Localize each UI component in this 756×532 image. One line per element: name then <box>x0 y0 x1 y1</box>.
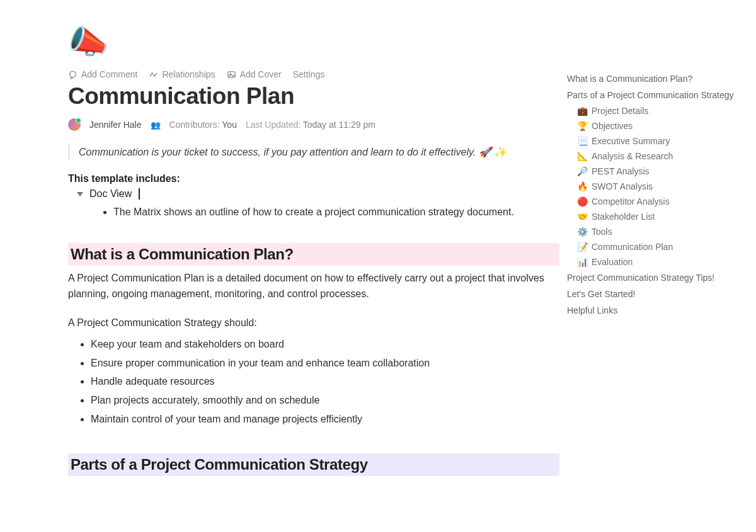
section1-paragraph[interactable]: A Project Communication Plan is a detail… <box>68 271 559 302</box>
list-item[interactable]: Keep your team and stakeholders on board <box>91 335 559 354</box>
doc-view-label: Doc View <box>89 188 132 200</box>
last-updated-value: Today at 11:29 pm <box>303 120 375 130</box>
outline-item[interactable]: What is a Communication Plan? <box>567 71 743 87</box>
comment-icon <box>68 70 77 79</box>
settings-button[interactable]: Settings <box>293 69 325 79</box>
section-heading-what-is[interactable]: What is a Communication Plan? <box>68 243 559 266</box>
add-cover-button[interactable]: Add Cover <box>227 69 282 79</box>
trophy-icon: 🏆 <box>577 121 588 131</box>
list-item[interactable]: Maintain control of your team and manage… <box>91 410 559 429</box>
briefcase-icon: 💼 <box>577 106 588 116</box>
section-heading-parts[interactable]: Parts of a Project Communication Strateg… <box>68 453 559 476</box>
outline-sub-label: Communication Plan <box>592 242 673 252</box>
outline-sub-item[interactable]: 💼Project Details <box>567 103 743 118</box>
outline-sub-label: Stakeholder List <box>592 212 655 222</box>
quote-block[interactable]: Communication is your ticket to success,… <box>68 145 559 159</box>
image-icon <box>227 70 236 79</box>
outline-item[interactable]: Let's Get Started! <box>567 286 743 302</box>
list-item[interactable]: Handle adequate resources <box>91 372 559 391</box>
magnifier-icon: 🔎 <box>577 166 588 176</box>
caret-down-icon[interactable] <box>77 192 83 196</box>
outline-sub-label: Objectives <box>592 121 633 131</box>
outline-sub-item[interactable]: 🏆Objectives <box>567 118 743 133</box>
gear-icon: ⚙️ <box>577 227 588 237</box>
outline-sub-item[interactable]: 📝Communication Plan <box>567 239 743 254</box>
outline-sub-item[interactable]: 🔎PEST Analysis <box>567 164 743 179</box>
last-updated-label: Last Updated: <box>246 120 301 130</box>
outline-sub-item[interactable]: 📐Analysis & Research <box>567 149 743 164</box>
list-item[interactable]: The Matrix shows an outline of how to cr… <box>113 205 559 220</box>
author-name[interactable]: Jennifer Hale <box>89 120 142 130</box>
outline-sub-item[interactable]: ⚙️Tools <box>567 224 743 239</box>
outline-sub-item[interactable]: 📃Executive Summary <box>567 133 743 149</box>
outline-item[interactable]: Parts of a Project Communication Strateg… <box>567 87 743 103</box>
outline-sub-label: Evaluation <box>592 257 633 267</box>
relationships-button[interactable]: Relationships <box>149 69 215 79</box>
contributors-icon: 👥 <box>151 120 161 130</box>
outline-sub-label: Project Details <box>592 106 648 116</box>
add-comment-label: Add Comment <box>81 69 137 79</box>
doc-view-toggle[interactable]: Doc View <box>77 188 559 200</box>
list-item[interactable]: Plan projects accurately, smoothly and o… <box>91 391 559 410</box>
red-circle-icon: 🔴 <box>577 196 588 207</box>
triangle-icon: 📐 <box>577 151 588 161</box>
contributors-label: Contributors: <box>169 120 220 130</box>
outline-sub-item[interactable]: 🤝Stakeholder List <box>567 209 743 224</box>
meta-row: Jennifer Hale 👥 Contributors: You Last U… <box>68 118 559 131</box>
template-includes-heading[interactable]: This template includes: <box>68 173 559 184</box>
handshake-icon: 🤝 <box>577 212 588 222</box>
section1-lead[interactable]: A Project Communication Strategy should: <box>68 315 559 331</box>
outline-item[interactable]: Helpful Links <box>567 302 743 319</box>
relationships-label: Relationships <box>162 69 215 79</box>
page-toolbar: Add Comment Relationships Add Cover Sett… <box>68 69 559 79</box>
contributors-value[interactable]: You <box>222 120 237 130</box>
page-icon: 📃 <box>577 136 588 146</box>
add-comment-button[interactable]: Add Comment <box>68 69 137 79</box>
outline-sub-item[interactable]: 📊Evaluation <box>567 254 743 269</box>
list-item[interactable]: Ensure proper communication in your team… <box>91 354 559 373</box>
avatar[interactable] <box>68 118 81 131</box>
svg-point-0 <box>70 71 76 77</box>
add-cover-label: Add Cover <box>240 69 282 79</box>
outline-sub-label: SWOT Analysis <box>592 181 653 191</box>
outline-sub-label: PEST Analysis <box>592 166 650 176</box>
fire-icon: 🔥 <box>577 181 588 191</box>
page-icon[interactable]: 📣 <box>68 25 109 58</box>
doc-view-sublist: The Matrix shows an outline of how to cr… <box>113 205 559 220</box>
outline-sub-label: Tools <box>592 227 612 237</box>
relationships-icon <box>149 70 158 79</box>
document-main: 📣 Add Comment Relationships Add Cover <box>68 25 559 476</box>
outline-sub-label: Executive Summary <box>592 136 670 146</box>
section1-bullets: Keep your team and stakeholders on board… <box>91 335 559 428</box>
outline-sub-label: Analysis & Research <box>592 151 673 161</box>
outline-item[interactable]: Project Communication Strategy Tips! <box>567 269 743 286</box>
settings-label: Settings <box>293 69 325 79</box>
note-icon: 📝 <box>577 242 588 252</box>
outline-sub-item[interactable]: 🔥SWOT Analysis <box>567 179 743 194</box>
page-title[interactable]: Communication Plan <box>68 83 559 110</box>
outline-sub-label: Competitor Analysis <box>592 196 670 207</box>
outline-sub-item[interactable]: 🔴Competitor Analysis <box>567 194 743 209</box>
outline-sidebar: What is a Communication Plan? Parts of a… <box>567 71 743 319</box>
text-cursor <box>139 188 139 200</box>
chart-icon: 📊 <box>577 257 588 267</box>
